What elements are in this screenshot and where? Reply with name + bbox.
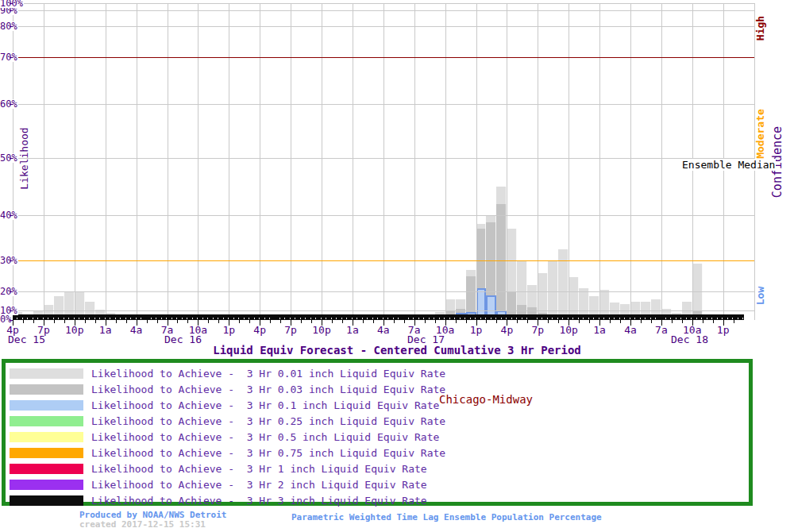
gridline-vertical [229, 3, 229, 320]
x-tick-label: 4a [121, 325, 152, 335]
legend-row: Likelihood to Achieve - 3 Hr 2 inch Liqu… [10, 476, 749, 492]
x-tick-label: 4a [615, 325, 646, 335]
gridline-vertical [106, 3, 106, 320]
legend-swatch [10, 368, 83, 379]
legend-swatch [10, 495, 83, 506]
legend-swatch [10, 384, 83, 395]
y-tick-mark [10, 3, 13, 4]
y-tick-label: 100% [0, 0, 24, 8]
legend-row: Likelihood to Achieve - 3 Hr 0.03 inch L… [10, 381, 749, 397]
legend-row: Likelihood to Achieve - 3 Hr 3 inch Liqu… [10, 492, 749, 508]
plot-area: 0%10%20%30%40%50%60%70%80%90%100%4p7p10p… [0, 0, 794, 357]
forecast-chart-page: 0%10%20%30%40%50%60%70%80%90%100%4p7p10p… [0, 0, 794, 532]
y-tick-mark [10, 57, 13, 58]
y-axis-title: Likelihood [18, 119, 30, 199]
legend-row: Likelihood to Achieve - 3 Hr 0.75 inch L… [10, 445, 749, 461]
legend-label: Likelihood to Achieve - 3 Hr 0.03 inch L… [91, 384, 445, 395]
gridline-vertical [75, 3, 75, 320]
y-tick-mark [10, 260, 13, 261]
y-tick-mark [10, 26, 13, 27]
legend-label: Likelihood to Achieve - 3 Hr 0.1 inch Li… [91, 399, 439, 411]
x-tick-label: 1p [461, 325, 492, 335]
y-tick-mark [10, 158, 13, 159]
legend-row: Likelihood to Achieve - 3 Hr 0.25 inch L… [10, 413, 749, 429]
x-tick-label: 1a [584, 325, 615, 335]
legend-swatch [10, 416, 83, 426]
chart-title: Liquid Equiv Forecast - Centered Cumulat… [0, 344, 794, 357]
legend-swatch [10, 432, 83, 442]
legend-label: Likelihood to Achieve - 3 Hr 0.25 inch L… [91, 415, 445, 427]
likelihood-bar [569, 277, 579, 319]
x-tick-label: 10p [553, 325, 584, 335]
legend-swatch [10, 464, 83, 474]
x-tick-label: 10p [59, 325, 91, 335]
x-tick-label: 4a [368, 325, 399, 335]
gridline-vertical [198, 3, 198, 320]
legend-label: Likelihood to Achieve - 3 Hr 3 inch Liqu… [91, 495, 427, 507]
legend-rows: Likelihood to Achieve - 3 Hr 0.01 inch L… [6, 365, 749, 508]
gridline-vertical [384, 3, 384, 320]
legend-swatch [10, 480, 83, 490]
legend-box: Likelihood to Achieve - 3 Hr 0.01 inch L… [2, 359, 753, 506]
gridline-vertical [507, 3, 507, 320]
gridline-vertical [137, 3, 137, 320]
gridline-vertical [322, 3, 322, 320]
x-tick-label: 7p [522, 325, 553, 335]
x-tick-label: 1p [213, 325, 245, 335]
x-tick-label: 7p [275, 325, 306, 335]
legend-row: Likelihood to Achieve - 3 Hr 0.1 inch Li… [10, 397, 749, 413]
x-tick-label: 1p [707, 325, 739, 335]
y-tick-mark [10, 104, 13, 105]
high-confidence-line [13, 57, 754, 58]
legend-row: Likelihood to Achieve - 3 Hr 0.5 inch Li… [10, 429, 749, 445]
legend-label: Likelihood to Achieve - 3 Hr 2 inch Liqu… [91, 479, 427, 491]
x-tick-label: 4p [491, 325, 522, 335]
gridline-vertical [661, 3, 662, 320]
y-tick-mark [10, 310, 13, 311]
method-caption: Parametric Weighted Time Lag Ensemble Po… [291, 512, 602, 522]
gridline-vertical [599, 3, 600, 320]
gridline-vertical [414, 3, 415, 320]
x-tick-label: 1a [90, 325, 121, 335]
y-tick-mark [10, 320, 13, 321]
legend-row: Likelihood to Achieve - 3 Hr 1 inch Liqu… [10, 461, 749, 476]
moderate-confidence-line [13, 260, 754, 261]
legend-row: Likelihood to Achieve - 3 Hr 0.01 inch L… [10, 365, 749, 381]
gridline-vertical [630, 3, 631, 320]
legend-label: Likelihood to Achieve - 3 Hr 0.5 inch Li… [91, 431, 439, 443]
created-timestamp: created 2017-12-15 15:31 [79, 519, 206, 530]
gridline-vertical [168, 3, 168, 320]
ensemble-median-label: Ensemble Median [681, 159, 776, 171]
gridline-vertical [44, 3, 44, 320]
legend-label: Likelihood to Achieve - 3 Hr 1 inch Liqu… [91, 463, 427, 475]
confidence-low-label: Low [754, 256, 766, 336]
y-tick-mark [10, 10, 13, 11]
station-label: Chicago-Midway [439, 393, 533, 406]
x-tick-label: 1a [337, 325, 368, 335]
gridline-vertical [260, 3, 260, 320]
gridline-vertical [569, 3, 569, 320]
gridline-vertical [353, 3, 353, 320]
likelihood-bar [496, 204, 507, 320]
gridline-vertical [445, 3, 446, 320]
gridline-vertical [476, 3, 477, 320]
gridline-vertical [538, 3, 538, 320]
legend-label: Likelihood to Achieve - 3 Hr 0.01 inch L… [91, 368, 445, 380]
gridline-vertical [291, 3, 291, 320]
x-tick-label: 4p [244, 325, 276, 335]
y-tick-mark [10, 291, 13, 292]
x-tick-label: 10p [306, 325, 337, 335]
y-tick-mark [10, 215, 13, 216]
legend-swatch [10, 448, 83, 458]
x-axis-halfhour-dashes [13, 318, 744, 319]
legend-label: Likelihood to Achieve - 3 Hr 0.75 inch L… [91, 447, 445, 459]
legend-swatch [10, 400, 83, 411]
confidence-high-label: High [754, 0, 766, 68]
